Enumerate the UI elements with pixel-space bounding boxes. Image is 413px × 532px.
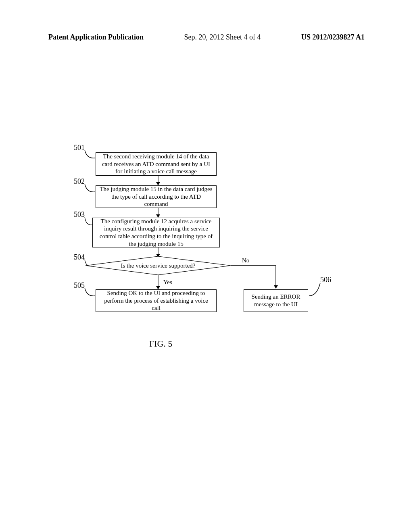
edge-yes: Yes (163, 279, 172, 286)
decision-504-text: Is the voice service supported? (86, 256, 231, 275)
arrow-502-503 (154, 208, 162, 218)
header-sheet: Sep. 20, 2012 Sheet 4 of 4 (184, 33, 261, 42)
leader-505 (83, 287, 99, 299)
step-502-box: The judging module 15 in the data card j… (96, 185, 217, 208)
svg-marker-11 (274, 285, 278, 289)
page-header: Patent Application Publication Sep. 20, … (0, 33, 413, 42)
header-publication: Patent Application Publication (48, 33, 144, 42)
figure-caption: FIG. 5 (149, 339, 172, 349)
decision-504: Is the voice service supported? (86, 256, 231, 275)
step-503-box: The configuring module 12 acquires a ser… (92, 218, 220, 247)
leader-503 (83, 216, 96, 228)
svg-marker-1 (156, 182, 160, 185)
step-505-box: Sending OK to the UI and proceeding to p… (96, 289, 217, 312)
leader-501 (83, 149, 99, 161)
leader-506 (308, 282, 324, 298)
edge-no: No (242, 257, 249, 264)
header-pubnum: US 2012/0239827 A1 (301, 33, 365, 42)
arrow-504-yes (154, 275, 162, 290)
arrow-504-no (231, 263, 283, 290)
arrow-501-502 (154, 176, 162, 186)
leader-502 (83, 183, 99, 195)
step-501-box: The second receiving module 14 of the da… (96, 152, 217, 176)
step-506-box: Sending an ERROR message to the UI (244, 289, 308, 312)
leader-504 (83, 259, 95, 268)
svg-marker-8 (156, 286, 160, 289)
